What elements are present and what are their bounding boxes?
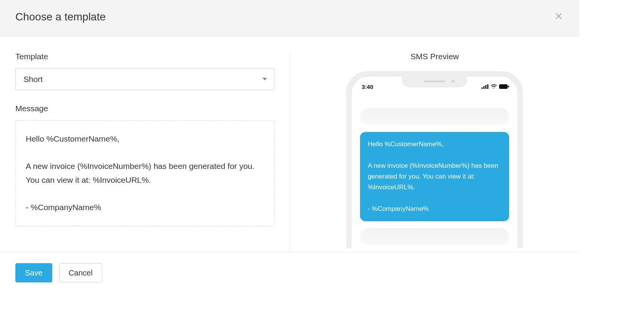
template-select-wrap: Short <box>15 68 274 90</box>
phone-notch <box>402 77 467 87</box>
close-button[interactable] <box>553 11 564 23</box>
svg-rect-1 <box>483 86 485 89</box>
preview-title: SMS Preview <box>305 52 564 61</box>
template-label: Template <box>15 52 274 61</box>
dialog-body: Template Short Message Hello %CustomerNa… <box>0 37 579 252</box>
dialog-footer: Save Cancel <box>0 252 579 296</box>
signal-icon <box>481 84 488 89</box>
dialog-header: Choose a template <box>0 0 579 37</box>
preview-column: SMS Preview 3:40 <box>290 52 564 252</box>
wifi-icon <box>490 84 497 89</box>
battery-icon <box>499 84 509 89</box>
status-icons-right <box>481 84 509 89</box>
save-button[interactable]: Save <box>15 263 52 282</box>
svg-rect-5 <box>508 86 509 88</box>
form-column: Template Short Message Hello %CustomerNa… <box>15 52 290 252</box>
dialog-title: Choose a template <box>15 11 106 23</box>
status-time: 3:40 <box>362 84 373 90</box>
message-label: Message <box>15 104 274 113</box>
svg-rect-4 <box>499 84 508 89</box>
phone-message-area: Hello %CustomerName%, A new invoice (%In… <box>352 93 518 245</box>
template-select[interactable]: Short <box>15 68 274 90</box>
cancel-button[interactable]: Cancel <box>59 263 102 282</box>
sms-bubble: Hello %CustomerName%, A new invoice (%In… <box>360 132 509 221</box>
svg-rect-3 <box>487 84 488 89</box>
close-icon <box>555 12 563 22</box>
phone-screen: 3:40 <box>352 77 518 248</box>
phone-mock-clip: 3:40 <box>346 71 523 248</box>
template-dialog: Choose a template Template Short Message… <box>0 0 579 296</box>
svg-rect-2 <box>485 85 486 89</box>
phone-mock: 3:40 <box>346 71 523 248</box>
message-placeholder <box>360 108 509 125</box>
message-placeholder <box>360 228 509 245</box>
message-box: Hello %CustomerName%, A new invoice (%In… <box>15 120 274 226</box>
svg-rect-0 <box>481 87 483 89</box>
